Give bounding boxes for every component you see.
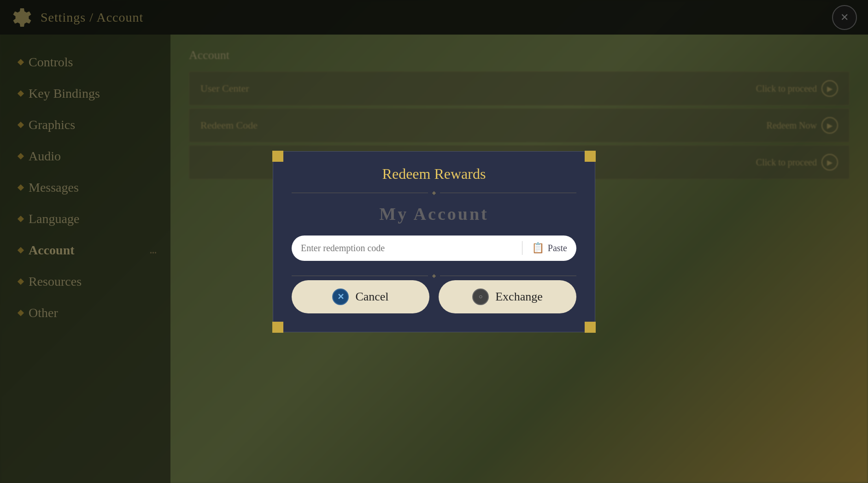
modal-buttons: ✕ Cancel ○ Exchange: [292, 280, 576, 313]
modal-title: Redeem Rewards: [292, 165, 576, 183]
corner-decoration-br: [585, 322, 596, 333]
corner-decoration-tl: [272, 151, 283, 162]
exchange-o-icon: ○: [472, 289, 489, 305]
deco-line-top: [292, 192, 576, 194]
deco-line-bottom: [292, 275, 576, 277]
modal-subtitle: My Account: [292, 204, 576, 224]
exchange-button[interactable]: ○ Exchange: [439, 280, 576, 313]
cancel-label: Cancel: [355, 290, 388, 304]
corner-decoration-tr: [585, 151, 596, 162]
paste-button[interactable]: 📋 Paste: [522, 236, 576, 259]
paste-label: Paste: [548, 243, 567, 253]
corner-decoration-bl: [272, 322, 283, 333]
modal-overlay: Redeem Rewards My Account 📋 Paste ✕ Canc…: [0, 0, 868, 483]
cancel-button[interactable]: ✕ Cancel: [292, 280, 429, 313]
redemption-input-row: 📋 Paste: [292, 236, 576, 261]
cancel-x-icon: ✕: [332, 289, 349, 305]
deco-diamond: [432, 191, 436, 194]
redeem-modal: Redeem Rewards My Account 📋 Paste ✕ Canc…: [273, 151, 595, 332]
redemption-code-input[interactable]: [292, 236, 522, 261]
paste-icon: 📋: [532, 242, 544, 254]
deco-diamond: [432, 274, 436, 277]
exchange-label: Exchange: [495, 290, 543, 304]
